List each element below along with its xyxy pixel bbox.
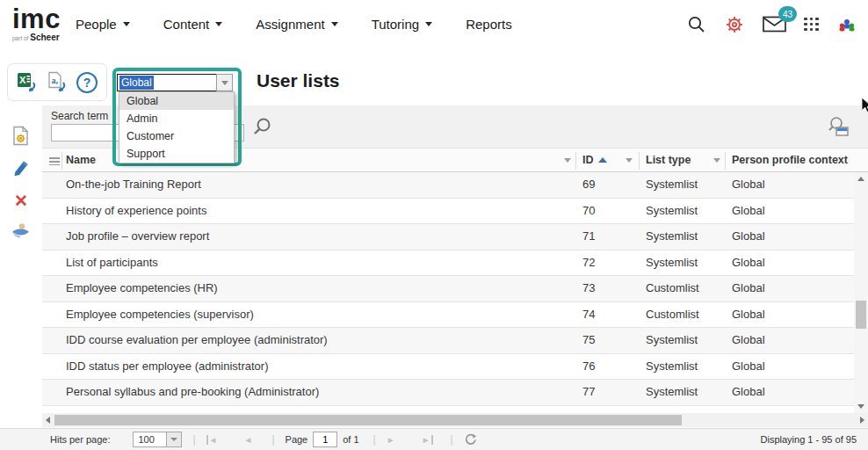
table-row[interactable]: Employee competencies (supervisor)74Cust…: [42, 302, 854, 329]
next-page-button[interactable]: ►: [387, 435, 395, 445]
page-of-label: of 1: [343, 434, 358, 445]
hits-per-page-label: Hits per page:: [50, 434, 110, 445]
column-header-name[interactable]: Name: [66, 149, 96, 172]
table-row[interactable]: IDD status per employee (administrator)7…: [42, 354, 854, 381]
hits-select-button[interactable]: [166, 432, 182, 447]
name-filter-caret-icon[interactable]: [564, 158, 571, 163]
cell-list-type: Systemlist: [646, 250, 698, 276]
table-row[interactable]: History of experience points70Systemlist…: [42, 199, 854, 225]
export-toolbar: X a, ?: [7, 63, 107, 101]
horizontal-scrollbar[interactable]: [42, 413, 868, 427]
new-list-icon[interactable]: [0, 126, 42, 147]
refresh-icon[interactable]: [464, 433, 477, 446]
table-row[interactable]: On-the-job Training Report69SystemlistGl…: [42, 172, 854, 199]
edit-icon[interactable]: [0, 159, 42, 178]
table-row[interactable]: IDD course evaluation per employee (admi…: [42, 328, 854, 354]
export-excel-icon[interactable]: X: [17, 71, 40, 93]
cell-id: 70: [582, 199, 595, 224]
cell-name: Job profile – overview report: [66, 224, 209, 250]
dropdown-option-global[interactable]: Global: [119, 92, 234, 110]
advanced-search-icon[interactable]: [828, 116, 850, 141]
nav-item-assignment[interactable]: Assignment: [256, 17, 337, 32]
page-number-input[interactable]: [313, 432, 337, 447]
chevron-down-icon: [170, 438, 177, 441]
table-body: On-the-job Training Report69SystemlistGl…: [42, 172, 854, 406]
page-label: Page: [286, 434, 308, 445]
cell-name: IDD course evaluation per employee (admi…: [66, 328, 328, 353]
list-type-filter-caret-icon[interactable]: [713, 158, 720, 163]
context-dropdown-button[interactable]: [216, 74, 233, 91]
chevron-down-icon: [331, 22, 338, 26]
cell-id: 73: [582, 276, 595, 301]
user-lists-page: imc part of Scheer PeopleContentAssignme…: [0, 0, 868, 450]
app-header: imc part of Scheer PeopleContentAssignme…: [0, 0, 868, 48]
vertical-scrollbar[interactable]: [854, 172, 868, 413]
imc-logo[interactable]: imc part of Scheer: [12, 5, 61, 42]
dropdown-option-support[interactable]: Support: [119, 145, 234, 163]
context-dropdown-list: GlobalAdminCustomerSupport: [119, 91, 235, 163]
column-header-id[interactable]: ID: [582, 149, 594, 172]
table-row[interactable]: Employee competencies (HR)73CustomlistGl…: [42, 276, 854, 302]
dropdown-option-admin[interactable]: Admin: [119, 110, 234, 127]
first-page-button[interactable]: ◄: [206, 435, 218, 445]
cell-name: Employee competencies (supervisor): [66, 302, 254, 328]
cell-context: Global: [732, 380, 765, 405]
context-dropdown-input[interactable]: Global: [117, 74, 217, 91]
cell-list-type: Systemlist: [646, 380, 698, 405]
id-filter-caret-icon[interactable]: [626, 158, 633, 163]
cell-list-type: Systemlist: [646, 224, 698, 250]
scroll-up-icon[interactable]: [857, 177, 864, 181]
last-page-button[interactable]: ►: [422, 435, 433, 445]
cell-list-type: Customlist: [646, 302, 699, 328]
horizontal-scroll-thumb[interactable]: [54, 415, 682, 425]
cell-context: Global: [732, 250, 765, 276]
cell-id: 74: [582, 302, 595, 328]
nav-item-reports[interactable]: Reports: [466, 17, 512, 32]
left-action-sidebar: ✕: [0, 48, 42, 450]
pagination-footer: Hits per page: 100 | ◄ ◄ | Page of 1 | ►…: [0, 428, 868, 450]
table-row[interactable]: List of participants72SystemlistGlobal: [42, 250, 854, 277]
chevron-down-icon: [425, 22, 432, 26]
assign-icon[interactable]: [0, 221, 42, 238]
cell-id: 72: [582, 250, 595, 276]
search-icon[interactable]: [687, 15, 706, 34]
dropdown-option-customer[interactable]: Customer: [119, 127, 234, 145]
help-icon[interactable]: ?: [76, 72, 98, 93]
cell-context: Global: [732, 302, 765, 328]
column-header-list-type[interactable]: List type: [646, 149, 691, 172]
main-nav: PeopleContentAssignmentTutoringReports: [76, 0, 512, 48]
table-row[interactable]: Job profile – overview report71Systemlis…: [42, 224, 854, 250]
previous-page-button[interactable]: ◄: [244, 435, 253, 445]
hits-per-page-select[interactable]: 100: [133, 432, 182, 447]
cell-name: IDD status per employee (administrator): [66, 354, 268, 380]
hits-per-page-value: 100: [133, 432, 166, 447]
chevron-down-icon: [123, 22, 130, 26]
nav-item-people[interactable]: People: [76, 17, 130, 32]
page-title: User lists: [257, 70, 340, 91]
mail-icon[interactable]: 43: [763, 16, 786, 33]
avatar[interactable]: [836, 14, 857, 35]
gear-icon[interactable]: [724, 14, 745, 35]
nav-item-label: Reports: [466, 17, 512, 32]
delete-icon[interactable]: ✕: [0, 191, 42, 211]
drag-handle-icon[interactable]: [49, 156, 60, 168]
table-row[interactable]: Personal syllabus and pre-booking (Admin…: [42, 380, 854, 406]
cell-name: On-the-job Training Report: [66, 172, 201, 198]
export-document-icon[interactable]: a,: [47, 71, 69, 93]
nav-item-label: People: [76, 17, 117, 32]
scroll-left-icon[interactable]: [46, 417, 50, 424]
column-header-context[interactable]: Person profile context: [732, 149, 848, 172]
chevron-down-icon: [215, 22, 222, 26]
chevron-down-icon: [221, 81, 228, 85]
scroll-down-icon[interactable]: [857, 404, 864, 409]
nav-item-content[interactable]: Content: [163, 17, 223, 32]
vertical-scroll-thumb[interactable]: [856, 301, 866, 329]
cell-context: Global: [732, 328, 765, 353]
cell-list-type: Systemlist: [646, 354, 698, 380]
nav-item-tutoring[interactable]: Tutoring: [372, 17, 432, 32]
cell-list-type: Systemlist: [646, 328, 698, 353]
cell-list-type: Customlist: [646, 276, 699, 301]
apps-grid-icon[interactable]: [804, 18, 819, 32]
scroll-right-icon[interactable]: [860, 417, 864, 424]
search-submit-icon[interactable]: [251, 116, 272, 141]
